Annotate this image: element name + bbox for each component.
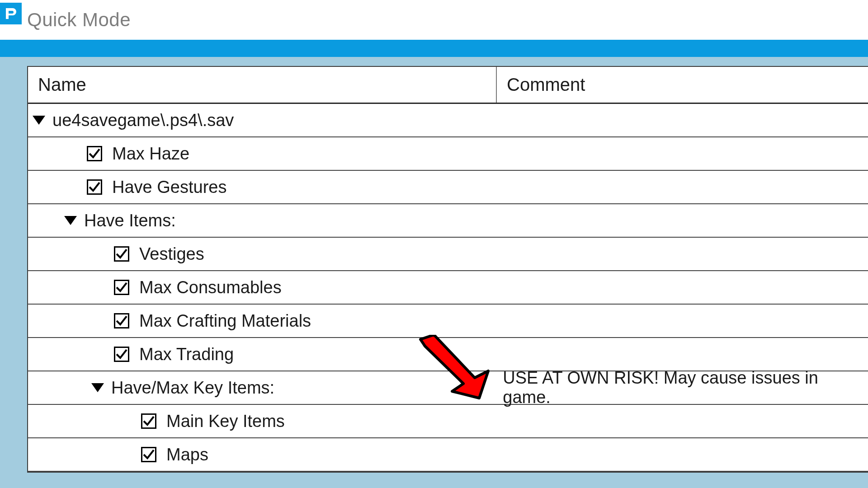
checkbox[interactable] [87,146,102,161]
row-max-consumables[interactable]: Max Consumables [28,271,868,305]
checkbox[interactable] [87,179,102,195]
node-label: ue4savegame\.ps4\.sav [52,111,234,130]
comment-text: USE AT OWN RISK! May cause issues in gam… [493,368,868,407]
header-comment: Comment [496,67,585,103]
node-label: Have Items: [84,211,176,230]
tree-root-row[interactable]: ue4savegame\.ps4\.sav [28,104,868,137]
node-label: Max Trading [139,345,234,364]
node-label: Maps [166,445,208,465]
checkbox[interactable] [141,413,156,429]
node-label: Main Key Items [166,412,285,431]
grid-header: Name Comment [28,67,868,104]
checkbox[interactable] [114,246,129,262]
node-label: Have Gestures [112,178,226,197]
triangle-down-icon[interactable] [33,116,45,125]
row-have-items[interactable]: Have Items: [28,204,868,238]
tree-grid: Name Comment ue4savegame\.ps4\.sav Max H… [27,66,868,473]
node-label: Vestiges [139,244,204,264]
checkbox[interactable] [141,447,156,462]
row-vestiges[interactable]: Vestiges [28,238,868,271]
node-label: Max Crafting Materials [139,311,311,331]
row-max-haze[interactable]: Max Haze [28,137,868,171]
row-max-trading[interactable]: Max Trading [28,338,868,371]
app-icon [0,3,22,24]
row-main-key-items[interactable]: Main Key Items [28,405,868,438]
header-name: Name [28,75,496,95]
menu-bar [0,40,868,57]
node-label: Have/Max Key Items: [111,378,274,398]
row-key-items[interactable]: Have/Max Key Items: USE AT OWN RISK! May… [28,371,868,405]
checkbox[interactable] [114,347,129,362]
node-label: Max Consumables [139,278,282,297]
row-maps[interactable]: Maps [28,438,868,472]
triangle-down-icon[interactable] [91,383,104,392]
titlebar: Quick Mode [0,0,868,40]
window-title: Quick Mode [27,9,131,31]
row-have-gestures[interactable]: Have Gestures [28,171,868,204]
node-label: Max Haze [112,144,189,164]
content-panel: Name Comment ue4savegame\.ps4\.sav Max H… [0,57,868,488]
triangle-down-icon[interactable] [64,216,77,225]
checkbox[interactable] [114,313,129,328]
checkbox[interactable] [114,280,129,295]
row-max-crafting[interactable]: Max Crafting Materials [28,305,868,338]
